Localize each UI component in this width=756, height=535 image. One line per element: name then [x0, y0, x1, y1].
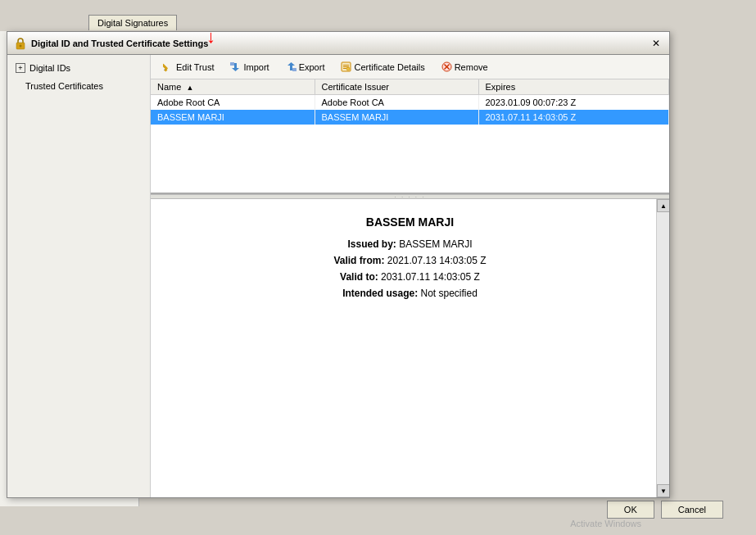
dialog-title: Digital ID and Trusted Certificate Setti…: [31, 39, 208, 48]
lock-icon: [14, 37, 27, 50]
row-name: BASSEM MARJI: [151, 110, 315, 125]
detail-valid-to: Valid to: 2031.07.11 14:03:05 Z: [175, 271, 645, 283]
certificate-details-button[interactable]: Certificate Details: [333, 58, 432, 75]
dialog-title-area: Digital ID and Trusted Certificate Setti…: [14, 37, 208, 50]
detail-cert-name: BASSEM MARJI: [175, 215, 645, 229]
dialog-content: + Digital IDs Trusted Certificates Edit …: [7, 55, 669, 497]
activate-windows-watermark: Activate Windows: [570, 519, 641, 528]
import-button[interactable]: Import: [223, 58, 276, 75]
detail-scrollbar[interactable]: ▲ ▼: [656, 199, 669, 497]
export-icon: [286, 61, 297, 72]
edit-trust-button[interactable]: Edit Trust: [156, 58, 221, 75]
row-issuer: BASSEM MARJI: [315, 110, 478, 125]
certificate-table[interactable]: Name ▲ Certificate Issuer Expires: [151, 79, 669, 194]
detail-valid-from: Valid from: 2021.07.13 14:03:05 Z: [175, 255, 645, 266]
digital-signatures-tab[interactable]: Digital Signatures: [88, 15, 177, 30]
valid-from-value: 2021.07.13 14:03:05 Z: [387, 255, 487, 266]
cancel-button[interactable]: Cancel: [661, 501, 723, 519]
svg-rect-8: [343, 65, 349, 66]
intended-usage-label: Intended usage:: [342, 288, 418, 299]
dialog-sidebar-digital-ids[interactable]: + Digital IDs: [7, 59, 150, 77]
row-expires: 2031.07.11 14:03:05 Z: [478, 110, 669, 125]
main-dialog: Digital ID and Trusted Certificate Setti…: [7, 31, 670, 498]
scrollbar-down-arrow[interactable]: ▼: [657, 484, 669, 497]
col-issuer[interactable]: Certificate Issuer: [315, 79, 478, 95]
dialog-main-panel: Edit Trust Import Export: [151, 55, 669, 497]
svg-point-1: [20, 44, 22, 47]
import-icon: [230, 61, 241, 72]
sort-arrow: ▲: [186, 84, 193, 92]
dialog-sidebar: + Digital IDs Trusted Certificates: [7, 55, 151, 497]
table-row[interactable]: BASSEM MARJI BASSEM MARJI 2031.07.11 14:…: [151, 110, 669, 125]
toolbar: Edit Trust Import Export: [151, 55, 669, 79]
row-issuer: Adobe Root CA: [315, 95, 478, 111]
pencil-icon: [163, 61, 174, 72]
row-expires: 2023.01.09 00:07:23 Z: [478, 95, 669, 111]
valid-to-value: 2031.07.11 14:03:05 Z: [381, 271, 480, 283]
detail-intended-usage: Intended usage: Not specified: [175, 288, 645, 299]
row-name: Adobe Root CA: [151, 95, 315, 111]
intended-usage-value: Not specified: [420, 288, 477, 299]
col-expires[interactable]: Expires: [478, 79, 669, 95]
certificate-icon: [341, 61, 351, 72]
issued-by-value: BASSEM MARJI: [399, 238, 472, 250]
remove-button[interactable]: Remove: [434, 58, 496, 75]
dialog-sidebar-trusted-certs[interactable]: Trusted Certificates: [7, 77, 150, 95]
table-header-row: Name ▲ Certificate Issuer Expires: [151, 79, 669, 95]
sidebar-expand-icon: +: [16, 63, 25, 73]
dialog-titlebar: Digital ID and Trusted Certificate Setti…: [7, 32, 669, 55]
ok-button[interactable]: OK: [607, 501, 654, 519]
remove-icon: [441, 61, 452, 72]
valid-to-label: Valid to:: [340, 271, 378, 283]
dialog-close-button[interactable]: ✕: [650, 37, 663, 50]
issued-by-label: Issued by:: [347, 238, 396, 250]
detail-issued-by: Issued by: BASSEM MARJI: [175, 238, 645, 250]
valid-from-label: Valid from:: [333, 255, 384, 266]
table-row[interactable]: Adobe Root CA Adobe Root CA 2023.01.09 0…: [151, 95, 669, 111]
svg-rect-6: [292, 68, 297, 71]
bg-button-group: OK Cancel: [607, 501, 723, 519]
export-button[interactable]: Export: [278, 58, 333, 75]
certificate-detail-area: BASSEM MARJI Issued by: BASSEM MARJI Val…: [151, 199, 669, 497]
svg-rect-10: [343, 68, 346, 69]
scrollbar-up-arrow[interactable]: ▲: [657, 199, 669, 212]
svg-point-11: [346, 67, 350, 70]
col-name[interactable]: Name ▲: [151, 79, 315, 95]
